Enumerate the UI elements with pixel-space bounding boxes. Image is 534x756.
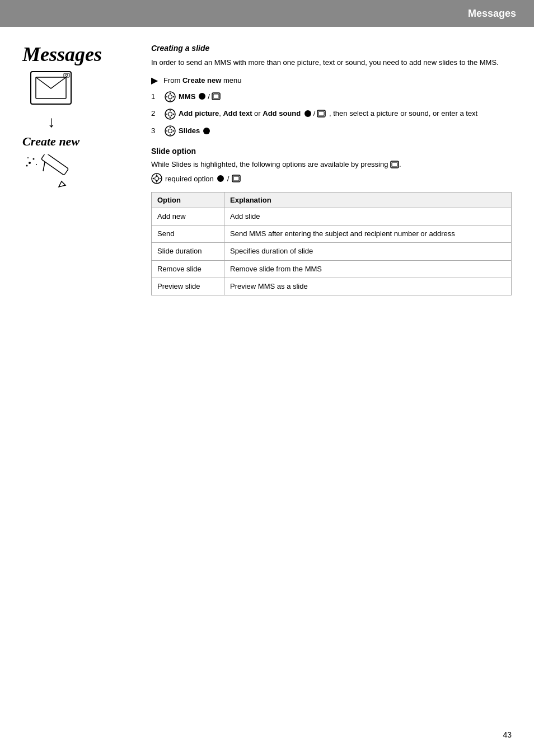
- messages-heading: Messages: [22, 44, 102, 66]
- svg-marker-17: [173, 96, 175, 97]
- svg-point-27: [305, 110, 311, 117]
- svg-marker-24: [170, 117, 171, 119]
- table-cell-explanation: Send MMS after entering the subject and …: [224, 226, 512, 243]
- nav-wheel-icon-3: [165, 125, 176, 137]
- svg-point-3: [65, 74, 68, 76]
- step-3-number: 3: [151, 125, 160, 137]
- step-1-number: 1: [151, 91, 160, 102]
- svg-marker-43: [152, 178, 154, 180]
- step-1-content: MMS /: [165, 91, 221, 102]
- svg-rect-20: [213, 94, 219, 98]
- left-sidebar: Messages ↓ Create new: [22, 44, 134, 295]
- table-row: Add newAdd slide: [152, 208, 512, 226]
- svg-point-5: [33, 158, 35, 159]
- svg-point-4: [29, 162, 31, 164]
- svg-rect-29: [318, 111, 324, 116]
- table-cell-option: Remove slide: [152, 260, 224, 278]
- svg-marker-25: [166, 113, 167, 115]
- step-2: 2 Add picture, Add text or Add sound: [151, 108, 512, 120]
- step-1-text: MMS: [179, 91, 195, 102]
- pen-icon: [25, 154, 76, 196]
- svg-marker-16: [166, 96, 167, 97]
- from-menu-line: ▶ From Create new menu: [151, 75, 512, 86]
- svg-point-8: [26, 165, 28, 166]
- page-number: 43: [503, 730, 512, 739]
- table-row: Remove slideRemove slide from the MMS: [152, 260, 512, 278]
- svg-marker-42: [156, 181, 158, 183]
- svg-marker-35: [173, 130, 175, 132]
- svg-point-13: [168, 95, 172, 98]
- svg-rect-9: [41, 154, 69, 175]
- create-new-label: Create new: [22, 134, 79, 149]
- filled-circle-1: [198, 92, 206, 100]
- slide-option-desc: While Slides is highlighted, the followi…: [151, 159, 512, 170]
- table-row: Preview slidePreview MMS as a slide: [152, 278, 512, 295]
- create-new-menu-ref: Create new: [182, 76, 221, 84]
- svg-point-40: [155, 177, 159, 181]
- svg-marker-14: [170, 92, 171, 94]
- filled-circle-req: [217, 175, 224, 182]
- step-3-content: Slides: [165, 125, 210, 137]
- svg-line-11: [43, 162, 45, 171]
- right-content: Creating a slide In order to send an MMS…: [146, 44, 512, 295]
- down-arrow: ↓: [48, 114, 55, 130]
- nav-wheel-icon-req: [151, 173, 162, 184]
- square-icon-2: [317, 110, 326, 118]
- slide-option-title: Slide option: [151, 147, 512, 156]
- svg-marker-26: [173, 113, 175, 115]
- step-2-text: Add picture, Add text or Add sound / , t…: [179, 108, 477, 119]
- svg-point-22: [168, 112, 172, 116]
- svg-marker-41: [156, 174, 158, 176]
- svg-point-18: [199, 93, 205, 100]
- svg-marker-15: [170, 100, 171, 101]
- svg-marker-10: [59, 181, 65, 187]
- table-cell-option: Add new: [152, 208, 224, 226]
- svg-point-36: [203, 128, 210, 134]
- table-row: SendSend MMS after entering the subject …: [152, 226, 512, 243]
- envelope-icon: [28, 71, 84, 110]
- header-title: Messages: [468, 8, 516, 20]
- table-header-explanation: Explanation: [224, 192, 512, 208]
- header-bar: Messages: [0, 0, 534, 27]
- step-2-icons: /: [304, 108, 326, 119]
- step-1-icons: /: [198, 91, 221, 102]
- step-3: 3 Slides: [151, 125, 512, 137]
- table-cell-explanation: Add slide: [224, 208, 512, 226]
- nav-wheel-icon-2: [165, 109, 176, 120]
- table-cell-option: Preview slide: [152, 278, 224, 295]
- table-header-option: Option: [152, 192, 224, 208]
- nav-wheel-icon-1: [165, 91, 176, 102]
- svg-marker-44: [160, 178, 161, 180]
- step-2-number: 2: [151, 108, 160, 119]
- svg-point-6: [27, 157, 29, 158]
- step-2-content: Add picture, Add text or Add sound / , t…: [165, 108, 477, 120]
- intro-text: In order to send an MMS with more than o…: [151, 57, 512, 68]
- table-row: Slide durationSpecifies duration of slid…: [152, 243, 512, 260]
- filled-circle-3: [203, 127, 210, 135]
- table-cell-option: Send: [152, 226, 224, 243]
- svg-point-7: [36, 164, 37, 165]
- table-cell-explanation: Remove slide from the MMS: [224, 260, 512, 278]
- required-option-row: required option /: [151, 173, 512, 184]
- svg-marker-23: [170, 110, 171, 111]
- svg-point-31: [168, 129, 172, 133]
- filled-circle-2: [304, 110, 312, 118]
- svg-marker-32: [170, 126, 171, 128]
- svg-rect-47: [233, 176, 239, 181]
- table-cell-explanation: Specifies duration of slide: [224, 243, 512, 260]
- section-title: Creating a slide: [151, 44, 512, 53]
- main-content: Messages ↓ Create new: [0, 27, 534, 318]
- required-option-text: required option: [165, 175, 214, 183]
- square-icon-req: [232, 175, 241, 182]
- svg-point-45: [217, 175, 224, 182]
- from-label: From Create new menu: [163, 76, 241, 84]
- table-cell-explanation: Preview MMS as a slide: [224, 278, 512, 295]
- options-table: Option Explanation Add newAdd slideSendS…: [151, 192, 512, 295]
- svg-marker-33: [170, 134, 171, 135]
- step-3-text: Slides: [179, 125, 200, 137]
- step-1: 1 MMS /: [151, 91, 512, 102]
- square-icon-1: [212, 92, 221, 100]
- svg-rect-38: [392, 162, 397, 167]
- square-icon-desc: [390, 161, 399, 168]
- svg-rect-0: [31, 72, 71, 104]
